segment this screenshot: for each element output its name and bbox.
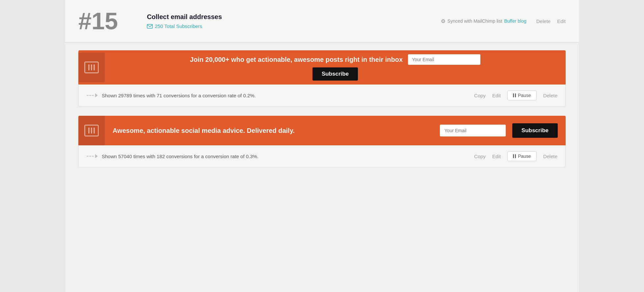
- banner-subscribe-row-1: Subscribe: [312, 67, 358, 81]
- mail-icon: [147, 24, 153, 29]
- subscriber-text: 250 Total Subscribers: [155, 23, 202, 29]
- pause-label-1: Pause: [518, 93, 531, 98]
- banner-headline-1: Join 20,000+ who get actionable, awesome…: [190, 56, 403, 63]
- copy-button-1[interactable]: Copy: [474, 93, 486, 98]
- header-info: Collect email addresses 250 Total Subscr…: [147, 13, 222, 29]
- mailchimp-sync: ⚙ Synced with MailChimp list Buffer blog: [441, 18, 526, 24]
- edit-button-1[interactable]: Edit: [492, 93, 501, 98]
- pause-icon-1: [513, 93, 516, 97]
- stats-text-1: Shown 29789 times with 71 conversions fo…: [102, 93, 256, 98]
- subscriber-count: 250 Total Subscribers: [147, 23, 222, 29]
- content-area: Join 20,000+ who get actionable, awesome…: [65, 42, 579, 184]
- banner-email-input-2[interactable]: [440, 125, 506, 136]
- banner-text-1: Join 20,000+ who get actionable, awesome…: [190, 54, 480, 65]
- logo-bar: [94, 64, 95, 70]
- page-container: #15 Collect email addresses 250 Total Su…: [65, 0, 579, 292]
- subscribe-button-1[interactable]: Subscribe: [312, 67, 358, 81]
- logo-icon-1: [84, 61, 99, 73]
- banner-content-2: Awesome, actionable social media advice.…: [105, 123, 566, 138]
- stats-right-1: Copy Edit Pause Delete: [474, 90, 557, 100]
- stats-text-2: Shown 57040 times with 182 conversions f…: [102, 154, 258, 159]
- header-edit-button[interactable]: Edit: [557, 18, 566, 24]
- delete-button-2[interactable]: Delete: [543, 154, 557, 159]
- sync-text: Synced with MailChimp list: [447, 18, 502, 24]
- copy-button-2[interactable]: Copy: [474, 154, 486, 159]
- widget-card-1: Join 20,000+ who get actionable, awesome…: [78, 50, 566, 107]
- header-delete-button[interactable]: Delete: [536, 18, 550, 24]
- pause-icon-2: [513, 154, 516, 158]
- logo-icon-2: [84, 125, 99, 136]
- banner-content-1: Join 20,000+ who get actionable, awesome…: [105, 50, 566, 85]
- delete-button-1[interactable]: Delete: [543, 93, 557, 98]
- stats-row-1: Shown 29789 times with 71 conversions fo…: [78, 85, 566, 107]
- campaign-number: #15: [78, 9, 118, 33]
- banner-logo-2: [78, 116, 105, 145]
- mailchimp-link[interactable]: Buffer blog: [504, 18, 526, 24]
- header-section: #15 Collect email addresses 250 Total Su…: [65, 0, 579, 42]
- logo-bar: [88, 64, 90, 70]
- svg-rect-0: [147, 24, 152, 28]
- banner-1: Join 20,000+ who get actionable, awesome…: [78, 50, 566, 85]
- banner-email-input-1[interactable]: [408, 54, 480, 65]
- stats-left-2: Shown 57040 times with 182 conversions f…: [87, 154, 258, 159]
- edit-button-2[interactable]: Edit: [492, 154, 501, 159]
- logo-bar: [94, 128, 95, 134]
- stats-row-2: Shown 57040 times with 182 conversions f…: [78, 145, 566, 167]
- link-icon: ⚙: [441, 18, 445, 24]
- widget-card-2: Awesome, actionable social media advice.…: [78, 116, 566, 167]
- header-right: ⚙ Synced with MailChimp list Buffer blog…: [441, 18, 566, 24]
- subscribe-button-2[interactable]: Subscribe: [512, 123, 558, 138]
- pause-label-2: Pause: [518, 154, 531, 159]
- logo-bar: [88, 128, 90, 134]
- banner-2: Awesome, actionable social media advice.…: [78, 116, 566, 145]
- arrow-icon-1: [87, 93, 98, 97]
- banner-logo-1: [78, 53, 105, 82]
- pause-button-1[interactable]: Pause: [507, 90, 537, 100]
- pause-button-2[interactable]: Pause: [507, 151, 537, 161]
- arrow-icon-2: [87, 154, 98, 158]
- stats-left-1: Shown 29789 times with 71 conversions fo…: [87, 93, 256, 98]
- banner-headline-2: Awesome, actionable social media advice.…: [113, 127, 433, 134]
- header-actions: Delete Edit: [536, 18, 566, 24]
- campaign-title: Collect email addresses: [147, 13, 222, 21]
- stats-right-2: Copy Edit Pause Delete: [474, 151, 557, 161]
- logo-bar: [91, 128, 92, 134]
- logo-bar: [91, 64, 92, 70]
- header-left: #15 Collect email addresses 250 Total Su…: [78, 9, 222, 33]
